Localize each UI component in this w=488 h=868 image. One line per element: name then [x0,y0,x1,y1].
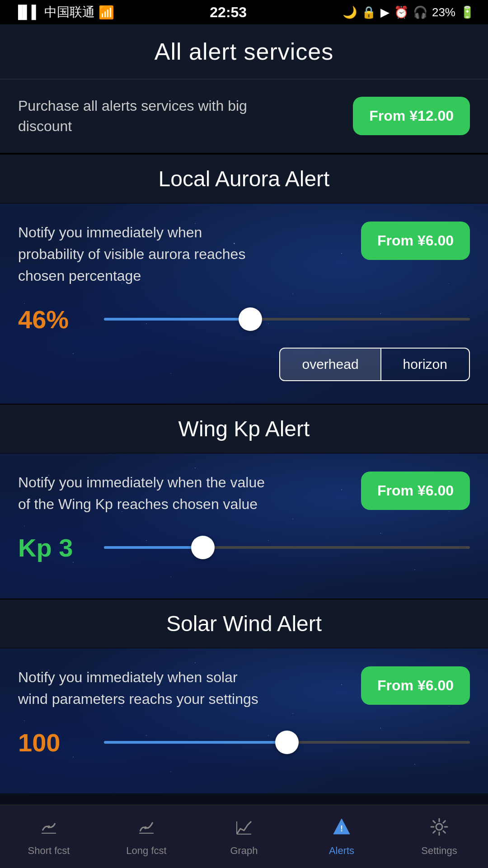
alarm-icon: ⏰ [394,5,408,19]
solar-wind-slider-track[interactable] [104,741,470,744]
alerts-icon: ! [332,817,352,841]
nav-item-long-fcst[interactable]: Long fcst [98,817,195,857]
lock-icon: 🔒 [361,5,376,19]
local-aurora-content: Notify you immediately when probability … [18,222,470,381]
page-title-bar: All alert services [0,24,488,79]
local-aurora-header: Local Aurora Alert [0,155,488,203]
wing-kp-content: Notify you immediately when the value of… [18,472,470,562]
settings-label: Settings [421,845,457,857]
nav-item-short-fcst[interactable]: Short fcst [0,817,98,857]
carrier-label: 中国联通 [44,4,95,21]
local-aurora-slider-thumb [239,307,262,331]
aurora-toggle-group[interactable]: overhead horizon [279,348,470,381]
svg-text:!: ! [340,824,343,833]
solar-wind-title: Solar Wind Alert [9,611,479,636]
wing-kp-buy-button[interactable]: From ¥6.00 [361,472,470,510]
nav-item-graph[interactable]: Graph [195,817,293,857]
local-aurora-slider-value: 46% [18,305,90,334]
wing-kp-slider-track[interactable] [104,546,470,549]
headphone-icon: 🎧 [413,5,427,19]
wing-kp-title: Wing Kp Alert [9,416,479,441]
status-bar: ▐▌▌ 中国联通 📶 22:53 🌙 🔒 ▶ ⏰ 🎧 23% 🔋 [0,0,488,24]
solar-wind-slider-thumb [275,731,299,754]
graph-icon [234,817,254,841]
promo-buy-button[interactable]: From ¥12.00 [353,97,470,135]
local-aurora-buy-button[interactable]: From ¥6.00 [361,222,470,260]
status-bar-right: 🌙 🔒 ▶ ⏰ 🎧 23% 🔋 [343,5,474,19]
long-fcst-icon [136,817,156,841]
status-bar-left: ▐▌▌ 中国联通 📶 [14,4,114,21]
local-aurora-slider-track[interactable] [104,318,470,321]
overhead-toggle[interactable]: overhead [280,349,380,380]
location-icon: ▶ [380,5,389,19]
battery-label: 23% [432,5,455,19]
wing-kp-panel: Notify you immediately when the value of… [0,453,488,599]
battery-icon: 🔋 [460,5,474,19]
local-aurora-desc: Notify you immediately when probability … [18,222,271,287]
moon-icon: 🌙 [343,5,357,19]
solar-wind-panel: Notify you immediately when solar wind p… [0,648,488,793]
local-aurora-panel: Notify you immediately when probability … [0,203,488,404]
short-fcst-icon [39,817,59,841]
svg-point-3 [436,824,442,830]
signal-icon: ▐▌▌ [14,5,41,19]
solar-wind-desc: Notify you immediately when solar wind p… [18,666,271,710]
solar-wind-slider-fill [104,741,287,744]
bottom-nav: Short fcst Long fcst Graph ! [0,805,488,868]
wing-kp-slider-fill [104,546,203,549]
nav-item-settings[interactable]: Settings [390,817,488,857]
solar-wind-buy-button[interactable]: From ¥6.00 [361,666,470,705]
nav-item-alerts[interactable]: ! Alerts [293,817,390,857]
wing-kp-slider-row: Kp 3 [18,533,470,562]
page-title: All alert services [9,38,479,65]
svg-point-1 [144,826,147,829]
wing-kp-desc: Notify you immediately when the value of… [18,472,271,515]
wing-kp-header: Wing Kp Alert [0,405,488,453]
short-fcst-label: Short fcst [28,845,70,857]
local-aurora-slider-fill [104,318,250,321]
local-aurora-slider-row: 46% [18,305,470,334]
wifi-icon: 📶 [99,5,114,20]
local-aurora-title: Local Aurora Alert [9,166,479,191]
wing-kp-row: Notify you immediately when the value of… [18,472,470,515]
solar-wind-content: Notify you immediately when solar wind p… [18,666,470,757]
horizon-toggle[interactable]: horizon [381,349,469,380]
settings-icon [429,817,449,841]
graph-label: Graph [230,845,258,857]
status-bar-time: 22:53 [210,4,247,21]
long-fcst-label: Long fcst [126,845,166,857]
alerts-label: Alerts [329,845,354,857]
wing-kp-slider-thumb [191,536,215,559]
promo-section: Purchase all alerts services with big di… [0,79,488,154]
solar-wind-slider-value: 100 [18,728,90,757]
solar-wind-header: Solar Wind Alert [0,599,488,648]
svg-point-0 [47,826,50,828]
solar-wind-row: Notify you immediately when solar wind p… [18,666,470,710]
solar-wind-slider-row: 100 [18,728,470,757]
promo-text: Purchase all alerts services with big di… [18,96,271,137]
local-aurora-row: Notify you immediately when probability … [18,222,470,287]
wing-kp-slider-value: Kp 3 [18,533,90,562]
